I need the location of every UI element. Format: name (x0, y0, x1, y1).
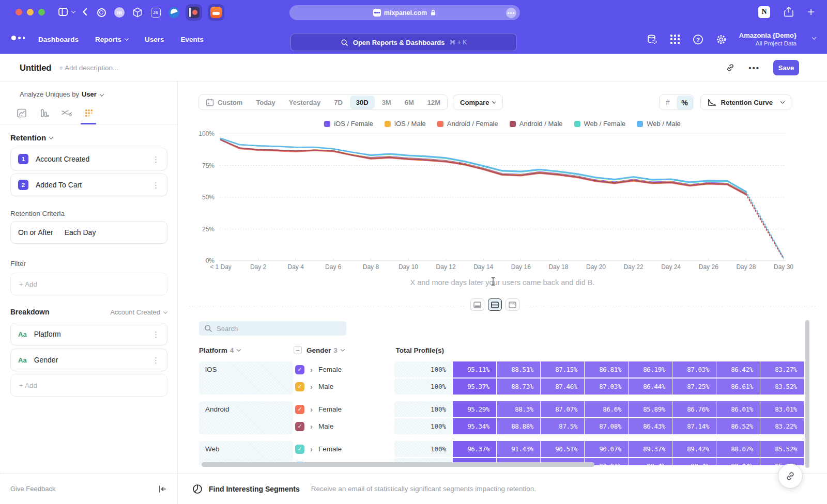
retention-value-cell[interactable]: 86.61% (716, 379, 760, 395)
unit-count-button[interactable]: # (660, 95, 676, 109)
retention-value-cell[interactable]: 83.22% (760, 418, 804, 434)
view-selector-button[interactable]: Retention Curve (700, 94, 791, 110)
kebab-menu-icon[interactable]: ⋮ (152, 181, 160, 189)
save-button[interactable]: Save (773, 60, 799, 75)
expand-row-icon[interactable]: › (310, 365, 313, 374)
criteria-operator[interactable]: On or After (18, 228, 53, 237)
select-all-checkbox[interactable]: – (294, 346, 302, 354)
m-avatar-icon[interactable]: m (113, 6, 126, 19)
criteria-interval[interactable]: Each Day (65, 228, 96, 237)
legend-item[interactable]: Web / Female (574, 120, 626, 128)
project-switcher[interactable]: Amazonia {Demo} All Project Data (739, 32, 797, 48)
table-search-input[interactable] (199, 321, 346, 336)
tab-funnels[interactable] (38, 107, 51, 119)
retention-value-cell[interactable]: 86.76% (672, 401, 716, 417)
report-title[interactable]: Untitled (20, 63, 51, 73)
retention-value-cell[interactable]: 87.46% (541, 379, 584, 395)
url-options-button[interactable]: ••• (506, 8, 516, 18)
nav-item-users[interactable]: Users (145, 36, 164, 43)
ring-logo-icon[interactable] (95, 6, 108, 19)
retention-value-cell[interactable]: 86.42% (716, 361, 760, 377)
retention-value-cell[interactable]: 86.52% (716, 418, 760, 434)
global-search-button[interactable]: Open Reports & Dashboards ⌘ + K (290, 34, 517, 51)
add-description[interactable]: + Add description... (59, 64, 118, 72)
retention-value-cell[interactable]: 90.51% (541, 441, 584, 457)
retention-value-cell[interactable]: 95.29% (453, 401, 496, 417)
series-checkbox[interactable]: ✓ (295, 365, 304, 374)
layout-table-only-button[interactable] (506, 298, 519, 311)
range-3m[interactable]: 3M (375, 94, 398, 110)
new-tab-button[interactable]: + (807, 7, 815, 17)
retention-value-cell[interactable]: 88.88% (497, 418, 540, 434)
retention-value-cell[interactable]: 85.47% (760, 458, 804, 465)
copy-link-icon[interactable] (726, 63, 735, 72)
retention-value-cell[interactable]: 88.04% (716, 458, 760, 465)
range-12m[interactable]: 12M (421, 94, 447, 110)
unit-percent-button[interactable]: % (677, 96, 693, 110)
layout-chart-only-button[interactable] (470, 298, 484, 311)
retention-value-cell[interactable]: 89.37% (629, 441, 672, 457)
tab-retention[interactable] (83, 107, 95, 119)
range-today[interactable]: Today (249, 94, 282, 110)
sidebar-toggle-icon[interactable] (58, 7, 75, 17)
legend-item[interactable]: Android / Female (437, 120, 498, 128)
nav-item-events[interactable]: Events (181, 36, 204, 43)
range-custom[interactable]: Custom (199, 94, 249, 110)
retention-value-cell[interactable]: 88.51% (497, 361, 540, 377)
minimize-window-button[interactable] (27, 9, 34, 15)
retention-chart-svg[interactable] (220, 130, 786, 263)
retention-step-1[interactable]: 1 Account Created ⋮ (10, 148, 167, 170)
nav-item-reports[interactable]: Reports (95, 36, 128, 43)
help-icon[interactable]: ? (693, 34, 703, 45)
expand-row-icon[interactable]: › (310, 422, 313, 431)
back-button[interactable] (81, 6, 90, 18)
column-total-profiles[interactable]: Total Profile(s) (394, 346, 452, 354)
notion-icon[interactable]: N (758, 6, 770, 18)
retention-value-cell[interactable]: 88.73% (497, 379, 540, 395)
url-bar[interactable]: mixpanel.com ••• (289, 5, 520, 20)
range-6m[interactable]: 6M (398, 94, 421, 110)
retention-value-cell[interactable]: 86.44% (629, 379, 672, 395)
compare-button[interactable]: Compare (453, 94, 503, 110)
retention-value-cell[interactable]: 95.11% (453, 361, 496, 377)
range-7d[interactable]: 7D (327, 94, 349, 110)
kebab-menu-icon[interactable]: ⋮ (152, 155, 160, 163)
series-checkbox[interactable]: ✓ (295, 382, 304, 391)
retention-value-cell[interactable]: 95.37% (453, 379, 496, 395)
retention-value-cell[interactable]: 89.4% (629, 458, 672, 465)
table-search[interactable] (199, 321, 346, 336)
retention-criteria-control[interactable]: On or After Each Day (10, 221, 167, 244)
retention-value-cell[interactable]: 85.89% (629, 401, 672, 417)
apps-grid-icon[interactable] (670, 34, 680, 44)
gender-cell[interactable]: ✓›Male (294, 418, 394, 434)
breakdown-scope-selector[interactable]: Account Created (110, 308, 167, 316)
retention-value-cell[interactable]: 88.3% (497, 401, 540, 417)
share-link-fab[interactable] (778, 464, 802, 488)
data-management-icon[interactable] (647, 34, 657, 45)
range-yesterday[interactable]: Yesterday (282, 94, 327, 110)
retention-value-cell[interactable]: 86.81% (585, 361, 628, 377)
add-filter-button[interactable]: + Add (10, 273, 167, 295)
retention-value-cell[interactable]: 87.03% (585, 379, 628, 395)
layout-split-button[interactable] (488, 298, 502, 311)
legend-item[interactable]: iOS / Female (324, 120, 373, 128)
retention-value-cell[interactable]: 87.15% (541, 361, 584, 377)
retention-value-cell[interactable]: 89.42% (672, 441, 716, 457)
series-checkbox[interactable]: ✓ (295, 405, 304, 414)
retention-value-cell[interactable]: 86.6% (585, 401, 628, 417)
analyze-entity-selector[interactable]: User (82, 90, 97, 98)
mixpanel-logo[interactable] (11, 36, 25, 40)
gender-cell[interactable]: ✓›Male (294, 379, 394, 395)
kebab-menu-icon[interactable]: ⋮ (152, 330, 160, 338)
retention-value-cell[interactable]: 91.43% (497, 441, 540, 457)
gender-cell[interactable]: ✓›Female (294, 361, 394, 377)
segments-title[interactable]: Find Interesting Segments (209, 485, 300, 493)
segments-footer-bar[interactable]: Find Interesting Segments Receive an ema… (178, 473, 827, 504)
retention-value-cell[interactable]: 86.43% (629, 418, 672, 434)
tab-flows[interactable] (60, 107, 73, 119)
retention-step-2[interactable]: 2 Added To Cart ⋮ (10, 174, 167, 196)
swirl-icon[interactable] (167, 6, 180, 19)
expand-row-icon[interactable]: › (310, 445, 313, 453)
legend-item[interactable]: iOS / Male (385, 120, 426, 128)
retention-value-cell[interactable]: 88.07% (716, 441, 760, 457)
